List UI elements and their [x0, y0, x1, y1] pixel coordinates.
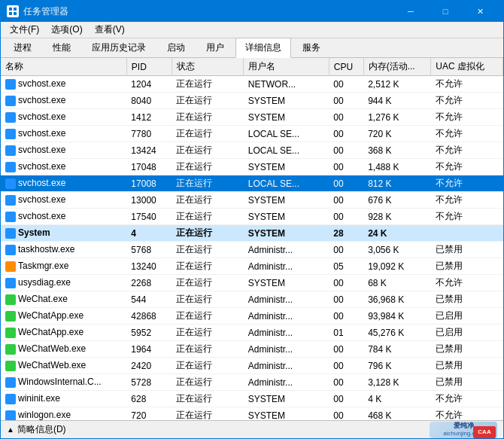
table-row[interactable]: svchost.exe1204正在运行NETWOR...002,512 K不允许: [1, 76, 503, 93]
process-uac: 不允许: [431, 76, 503, 93]
process-user: SYSTEM: [244, 93, 329, 109]
process-pid: 2268: [126, 275, 172, 291]
process-name: svchost.exe: [1, 142, 126, 159]
process-uac: 不允许: [431, 175, 503, 192]
table-row[interactable]: Taskmgr.exe13240正在运行Administr...0519,092…: [1, 258, 503, 275]
process-uac: 不允许: [431, 391, 503, 407]
maximize-button[interactable]: □: [428, 1, 463, 22]
process-name: svchost.exe: [1, 126, 126, 142]
svg-rect-3: [14, 12, 17, 15]
process-memory: 944 K: [363, 93, 431, 109]
process-user: LOCAL SE...: [244, 175, 329, 192]
process-uac: 不允许: [431, 192, 503, 209]
process-uac: 不允许: [431, 93, 503, 109]
process-pid: 2420: [126, 358, 172, 374]
table-row[interactable]: WeChat.exe544正在运行Administr...0036,968 K已…: [1, 291, 503, 308]
tab-users[interactable]: 用户: [196, 38, 234, 57]
table-row[interactable]: svchost.exe17048正在运行SYSTEM001,488 K不允许: [1, 159, 503, 175]
menu-file[interactable]: 文件(F): [4, 22, 45, 38]
process-uac: 不允许: [431, 142, 503, 159]
process-name: svchost.exe: [1, 159, 126, 175]
process-pid: 5952: [126, 325, 172, 341]
table-row[interactable]: WeChatWeb.exe1964正在运行Administr...00784 K…: [1, 341, 503, 358]
process-memory: 93,984 K: [363, 308, 431, 325]
tab-performance[interactable]: 性能: [43, 38, 80, 57]
process-table-scroll[interactable]: 名称 PID 状态 用户名 CPU 内存(活动... UAC 虚拟化 svcho…: [1, 58, 503, 420]
process-cpu: 00: [329, 142, 363, 159]
process-cpu: 00: [329, 407, 363, 421]
process-name: svchost.exe: [1, 192, 126, 209]
process-status: 正在运行: [172, 391, 244, 407]
process-uac: 不允许: [431, 209, 503, 225]
process-user: LOCAL SE...: [244, 142, 329, 159]
table-row[interactable]: svchost.exe8040正在运行SYSTEM00944 K不允许: [1, 93, 503, 109]
menu-view[interactable]: 查看(V): [89, 22, 131, 38]
process-user: Administr...: [244, 308, 329, 325]
table-row[interactable]: WindowsInternal.C...5728正在运行Administr...…: [1, 374, 503, 391]
process-pid: 1412: [126, 109, 172, 126]
col-header-uac[interactable]: UAC 虚拟化: [431, 58, 503, 76]
process-status: 正在运行: [172, 308, 244, 325]
table-row[interactable]: svchost.exe13424正在运行LOCAL SE...00368 K不允…: [1, 142, 503, 159]
process-pid: 628: [126, 391, 172, 407]
col-header-user[interactable]: 用户名: [244, 58, 329, 76]
tab-startup[interactable]: 启动: [157, 38, 195, 57]
table-row[interactable]: taskhostw.exe5768正在运行Administr...003,056…: [1, 242, 503, 258]
tab-services[interactable]: 服务: [293, 38, 330, 57]
process-cpu: 00: [329, 308, 363, 325]
process-pid: 8040: [126, 93, 172, 109]
process-user: SYSTEM: [244, 109, 329, 126]
col-header-status[interactable]: 状态: [172, 58, 244, 76]
process-name: WeChat.exe: [1, 291, 126, 308]
process-memory: 796 K: [363, 358, 431, 374]
process-uac: 已禁用: [431, 242, 503, 258]
process-pid: 17540: [126, 209, 172, 225]
col-header-pid[interactable]: PID: [126, 58, 172, 76]
table-row[interactable]: svchost.exe17540正在运行SYSTEM00928 K不允许: [1, 209, 503, 225]
process-uac: 已禁用: [431, 374, 503, 391]
table-row[interactable]: System4正在运行SYSTEM2824 K: [1, 225, 503, 242]
process-status: 正在运行: [172, 374, 244, 391]
process-name: usysdiag.exe: [1, 275, 126, 291]
process-cpu: 00: [329, 109, 363, 126]
tab-processes[interactable]: 进程: [4, 38, 41, 57]
tab-details[interactable]: 详细信息: [235, 38, 291, 58]
close-button[interactable]: ✕: [463, 1, 497, 22]
tab-bar: 进程 性能 应用历史记录 启动 用户 详细信息 服务: [1, 38, 503, 58]
process-user: SYSTEM: [244, 275, 329, 291]
table-row[interactable]: svchost.exe7780正在运行LOCAL SE...00720 K不允许: [1, 126, 503, 142]
table-row[interactable]: wininit.exe628正在运行SYSTEM004 K不允许: [1, 391, 503, 407]
col-header-mem[interactable]: 内存(活动...: [363, 58, 431, 76]
col-header-name[interactable]: 名称: [1, 58, 126, 76]
process-user: LOCAL SE...: [244, 126, 329, 142]
process-memory: 784 K: [363, 341, 431, 358]
process-table-wrapper: 名称 PID 状态 用户名 CPU 内存(活动... UAC 虚拟化 svcho…: [1, 58, 503, 420]
process-user: SYSTEM: [244, 209, 329, 225]
process-user: SYSTEM: [244, 225, 329, 242]
table-row[interactable]: svchost.exe1412正在运行SYSTEM001,276 K不允许: [1, 109, 503, 126]
table-row[interactable]: usysdiag.exe2268正在运行SYSTEM0068 K不允许: [1, 275, 503, 291]
col-header-cpu[interactable]: CPU: [329, 58, 363, 76]
table-row[interactable]: WeChatApp.exe5952正在运行Administr...0145,27…: [1, 325, 503, 341]
process-status: 正在运行: [172, 192, 244, 209]
process-name: WeChatWeb.exe: [1, 341, 126, 358]
table-row[interactable]: WeChatApp.exe42868正在运行Administr...0093,9…: [1, 308, 503, 325]
process-memory: 2,512 K: [363, 76, 431, 93]
tab-app-history[interactable]: 应用历史记录: [82, 38, 156, 57]
process-uac: 不允许: [431, 109, 503, 126]
process-name: WeChatApp.exe: [1, 325, 126, 341]
minimize-button[interactable]: ─: [393, 1, 428, 22]
table-row[interactable]: winlogon.exe720正在运行SYSTEM00468 K不允许: [1, 407, 503, 421]
table-row[interactable]: svchost.exe13000正在运行SYSTEM00676 K不允许: [1, 192, 503, 209]
table-row[interactable]: svchost.exe17008正在运行LOCAL SE...00812 K不允…: [1, 175, 503, 192]
menu-options[interactable]: 选项(O): [45, 22, 88, 38]
process-pid: 7780: [126, 126, 172, 142]
process-name: svchost.exe: [1, 209, 126, 225]
status-label[interactable]: 简略信息(D): [17, 423, 66, 436]
svg-rect-2: [9, 12, 12, 15]
table-row[interactable]: WeChatWeb.exe2420正在运行Administr...00796 K…: [1, 358, 503, 374]
process-user: Administr...: [244, 325, 329, 341]
process-name: svchost.exe: [1, 76, 126, 93]
process-status: 正在运行: [172, 126, 244, 142]
process-cpu: 00: [329, 341, 363, 358]
